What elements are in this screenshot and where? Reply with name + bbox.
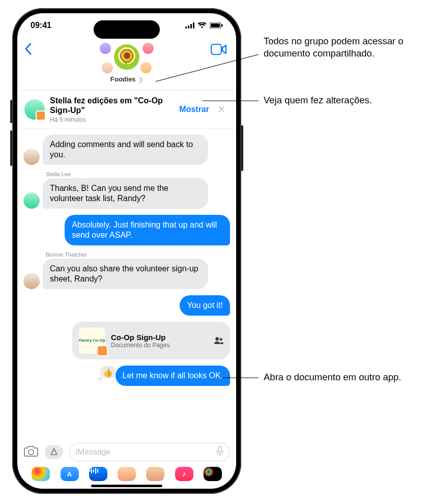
callout-text: Veja quem fez alterações. xyxy=(264,94,416,106)
fitness-app-icon[interactable] xyxy=(204,467,222,481)
power-button xyxy=(241,125,243,171)
cellular-icon xyxy=(185,22,194,29)
sender-avatar xyxy=(23,149,40,165)
callout-text: Abra o documento em outro app. xyxy=(264,371,416,383)
audio-app-icon[interactable] xyxy=(89,467,107,481)
svg-rect-1 xyxy=(188,25,189,29)
svg-rect-2 xyxy=(190,24,192,29)
svg-rect-5 xyxy=(211,23,220,27)
document-thumbnail: Pantry Co-Op xyxy=(78,327,106,354)
document-attachment[interactable]: Pantry Co-Op Co-Op Sign-Up Documento do … xyxy=(72,322,230,359)
svg-rect-6 xyxy=(221,24,223,27)
dictation-button[interactable] xyxy=(216,446,223,458)
svg-rect-3 xyxy=(193,22,194,29)
home-indicator xyxy=(91,485,162,487)
participant-avatar xyxy=(99,42,112,55)
message-row: 👍 Let me know if all looks OK. xyxy=(23,366,230,386)
message-row: You got it! xyxy=(23,295,230,316)
participant-avatar xyxy=(139,61,153,74)
sender-name: Bonnie Thatcher xyxy=(46,251,208,258)
message-row: Bonnie Thatcher Can you also share the v… xyxy=(23,251,230,289)
group-name-button[interactable]: Foodies ❯ xyxy=(17,75,236,83)
photos-app-icon[interactable] xyxy=(32,467,50,481)
show-button[interactable]: Mostrar xyxy=(179,105,209,114)
back-button[interactable] xyxy=(24,43,33,57)
message-bubble[interactable]: Thanks, B! Can you send me the volunteer… xyxy=(43,178,208,209)
message-bubble[interactable]: Adding comments and will send back to yo… xyxy=(43,134,208,165)
sender-avatar xyxy=(23,273,40,289)
banner-title: Stella fez edições em "Co-Op Sign-Up" xyxy=(50,96,174,115)
svg-rect-0 xyxy=(185,26,187,29)
message-bubble[interactable]: Let me know if all looks OK. xyxy=(116,366,230,386)
svg-point-13 xyxy=(206,469,211,475)
tapback-thumbs-up[interactable]: 👍 xyxy=(100,366,116,379)
svg-rect-7 xyxy=(211,44,221,54)
volume-button xyxy=(10,100,12,123)
collaborators-icon[interactable] xyxy=(214,335,224,346)
messages-header: 🌻 Foodies ❯ xyxy=(17,38,236,91)
svg-rect-11 xyxy=(218,446,221,452)
close-icon[interactable]: ✕ xyxy=(214,101,229,118)
message-bubble[interactable]: You got it! xyxy=(180,295,230,316)
app-drawer-button[interactable] xyxy=(45,445,63,459)
svg-point-8 xyxy=(215,337,219,341)
participant-avatar xyxy=(141,42,155,55)
volume-button xyxy=(10,130,12,166)
status-time: 09:41 xyxy=(31,21,51,30)
screen: 09:41 🌻 xyxy=(17,13,236,489)
document-title: Co-Op Sign-Up xyxy=(111,333,209,342)
appstore-app-icon[interactable]: A xyxy=(61,467,79,481)
music-app-icon[interactable]: ♪ xyxy=(175,467,193,481)
stickers-app-icon[interactable] xyxy=(146,467,164,481)
iphone-frame: 09:41 🌻 xyxy=(12,8,241,494)
imessage-app-strip: A ♪ xyxy=(17,464,236,484)
collaboration-banner: Stella fez edições em "Co-Op Sign-Up" Há… xyxy=(17,91,236,129)
battery-icon xyxy=(210,22,223,29)
message-row: Stella Lee Thanks, B! Can you send me th… xyxy=(23,171,230,209)
input-toolbar: iMessage xyxy=(17,439,236,464)
dynamic-island xyxy=(94,20,160,39)
callout-text: Todos no grupo podem acessar o documento… xyxy=(264,35,416,60)
facetime-button[interactable] xyxy=(211,44,227,57)
input-placeholder: iMessage xyxy=(76,447,110,457)
app-store-icon xyxy=(49,447,59,457)
document-subtitle: Documento do Pages xyxy=(111,342,209,349)
participant-avatar xyxy=(101,61,114,74)
message-bubble[interactable]: Can you also share the volunteer sign-up… xyxy=(43,259,208,289)
svg-point-14 xyxy=(207,470,210,473)
group-name-text: Foodies xyxy=(110,75,136,83)
camera-button[interactable] xyxy=(23,445,39,459)
sender-name: Stella Lee xyxy=(46,171,208,177)
message-list[interactable]: Adding comments and will send back to yo… xyxy=(17,131,236,428)
message-row: Pantry Co-Op Co-Op Sign-Up Documento do … xyxy=(23,322,230,359)
sender-avatar xyxy=(23,192,40,209)
wifi-icon xyxy=(197,22,207,29)
banner-subtitle: Há 5 minutos xyxy=(50,116,174,123)
message-row: Absolutely. Just finishing that up and w… xyxy=(23,215,230,245)
editor-avatar xyxy=(24,99,45,120)
message-row: Adding comments and will send back to yo… xyxy=(23,134,230,165)
group-avatar-cluster[interactable]: 🌻 xyxy=(99,41,155,73)
message-input[interactable]: iMessage xyxy=(69,443,230,461)
memoji-app-icon[interactable] xyxy=(118,467,136,481)
status-indicators xyxy=(185,22,223,29)
chevron-right-icon: ❯ xyxy=(138,76,143,82)
message-bubble[interactable]: Absolutely. Just finishing that up and w… xyxy=(65,215,230,245)
svg-point-10 xyxy=(28,450,34,455)
svg-point-9 xyxy=(220,338,222,341)
group-primary-avatar: 🌻 xyxy=(112,43,141,71)
